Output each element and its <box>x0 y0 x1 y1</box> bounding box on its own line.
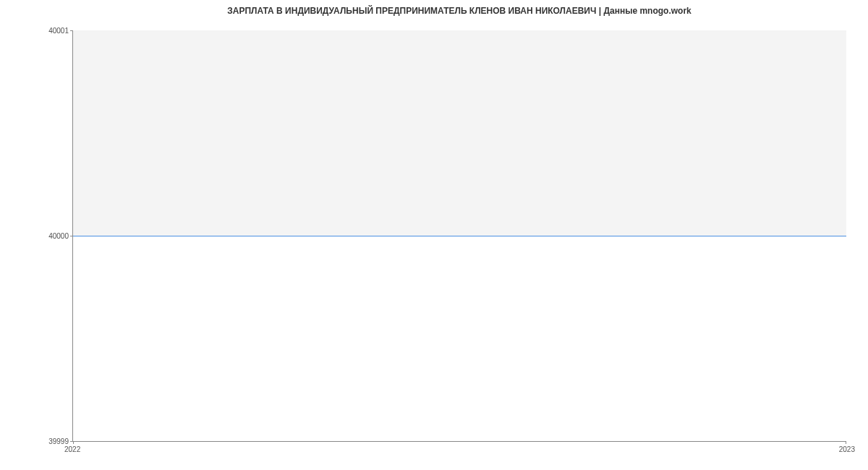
y-tick-label: 40000 <box>48 232 69 240</box>
chart-title: ЗАРПЛАТА В ИНДИВИДУАЛЬНЫЙ ПРЕДПРИНИМАТЕЛ… <box>72 6 846 30</box>
plot-area: 40001 40000 39999 2022 2023 <box>72 30 846 442</box>
x-tick-mark <box>846 441 846 444</box>
x-tick-mark <box>73 441 74 444</box>
x-tick-label: 2022 <box>64 445 80 453</box>
x-tick-label: 2023 <box>839 445 855 453</box>
y-tick-label: 39999 <box>48 437 69 445</box>
area-fill <box>73 30 846 236</box>
data-line <box>73 236 846 236</box>
chart-container: ЗАРПЛАТА В ИНДИВИДУАЛЬНЫЙ ПРЕДПРИНИМАТЕЛ… <box>0 0 868 470</box>
y-tick-label: 40001 <box>48 27 69 35</box>
plot-area-wrap: 40001 40000 39999 2022 2023 <box>72 30 846 442</box>
